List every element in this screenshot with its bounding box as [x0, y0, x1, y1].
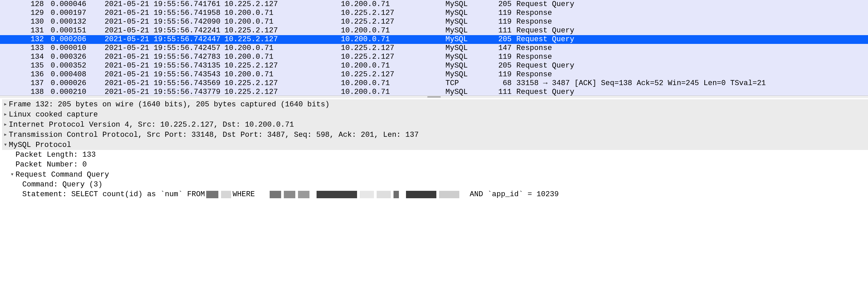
packet-cell-num: 133: [0, 44, 51, 53]
packet-cell-proto: MySQL: [445, 88, 488, 96]
packet-list[interactable]: 1280.0000462021-05-21 19:55:56.74176110.…: [0, 0, 868, 96]
packet-cell-len: 119: [488, 18, 516, 26]
packet-cell-time: 2021-05-21 19:55:56.742783: [105, 53, 224, 61]
packet-cell-len: 205: [488, 0, 516, 9]
packet-cell-src: 10.200.0.71: [224, 53, 341, 61]
chevron-right-icon[interactable]: [2, 130, 9, 140]
packet-row[interactable]: 1300.0001322021-05-21 19:55:56.74209010.…: [0, 18, 868, 26]
pane-divider[interactable]: [0, 96, 868, 98]
packet-cell-num: 135: [0, 61, 51, 70]
packet-cell-time: 2021-05-21 19:55:56.742241: [105, 26, 224, 35]
tree-item-packet-length[interactable]: Packet Length: 133: [2, 150, 868, 160]
packet-cell-src: 10.225.2.127: [224, 61, 341, 70]
redacted-block: [284, 191, 295, 198]
packet-cell-num: 136: [0, 70, 51, 79]
packet-cell-len: 147: [488, 44, 516, 53]
redacted-block: [206, 191, 218, 198]
tree-item-statement[interactable]: Statement: SELECT count(id) as `num` FRO…: [2, 189, 868, 199]
packet-cell-src: 10.225.2.127: [224, 79, 341, 88]
packet-cell-delta: 0.000408: [51, 70, 105, 79]
packet-cell-dst: 10.225.2.127: [341, 9, 445, 18]
packet-cell-num: 138: [0, 88, 51, 96]
packet-cell-num: 137: [0, 79, 51, 88]
packet-cell-src: 10.225.2.127: [224, 0, 341, 9]
chevron-down-icon[interactable]: [2, 140, 9, 150]
packet-cell-time: 2021-05-21 19:55:56.743135: [105, 61, 224, 70]
packet-cell-len: 111: [488, 26, 516, 35]
packet-cell-num: 132: [0, 35, 51, 44]
packet-cell-proto: MySQL: [445, 0, 488, 9]
packet-row[interactable]: 1330.0000102021-05-21 19:55:56.74245710.…: [0, 44, 868, 53]
packet-cell-info: Response: [516, 18, 868, 26]
packet-cell-info: Request Query: [516, 26, 868, 35]
tree-item-linux-cooked[interactable]: Linux cooked capture: [2, 109, 868, 120]
chevron-down-icon[interactable]: [9, 170, 16, 180]
packet-cell-time: 2021-05-21 19:55:56.742457: [105, 44, 224, 53]
packet-cell-delta: 0.000046: [51, 0, 105, 9]
packet-row[interactable]: 1360.0004082021-05-21 19:55:56.74354310.…: [0, 70, 868, 79]
tree-item-tcp[interactable]: Transmission Control Protocol, Src Port:…: [2, 130, 868, 140]
packet-row[interactable]: 1310.0001512021-05-21 19:55:56.74224110.…: [0, 26, 868, 35]
packet-cell-info: Request Query: [516, 35, 868, 44]
packet-cell-dst: 10.200.0.71: [341, 79, 445, 88]
packet-row[interactable]: 1280.0000462021-05-21 19:55:56.74176110.…: [0, 0, 868, 9]
packet-cell-delta: 0.000206: [51, 35, 105, 44]
packet-cell-len: 205: [488, 61, 516, 70]
packet-row[interactable]: 1370.0000262021-05-21 19:55:56.74356910.…: [0, 79, 868, 88]
packet-cell-proto: MySQL: [445, 26, 488, 35]
packet-cell-delta: 0.000197: [51, 9, 105, 18]
packet-cell-info: Request Query: [516, 0, 868, 9]
redacted-block: [377, 191, 391, 198]
packet-cell-time: 2021-05-21 19:55:56.743569: [105, 79, 224, 88]
tree-item-packet-number[interactable]: Packet Number: 0: [2, 160, 868, 170]
packet-cell-time: 2021-05-21 19:55:56.741761: [105, 0, 224, 9]
packet-cell-time: 2021-05-21 19:55:56.742447: [105, 35, 224, 44]
packet-cell-delta: 0.000026: [51, 79, 105, 88]
tree-label-statement-prefix: Statement: SELECT count(id) as `num` FRO…: [22, 189, 205, 199]
tree-item-mysql-protocol[interactable]: MySQL Protocol: [2, 140, 868, 150]
packet-cell-src: 10.225.2.127: [224, 35, 341, 44]
tree-label-mysql: MySQL Protocol: [9, 140, 71, 150]
packet-row[interactable]: 1350.0003522021-05-21 19:55:56.74313510.…: [0, 61, 868, 70]
packet-cell-delta: 0.000010: [51, 44, 105, 53]
packet-row[interactable]: 1380.0002102021-05-21 19:55:56.74377910.…: [0, 88, 868, 96]
packet-cell-delta: 0.000326: [51, 53, 105, 61]
chevron-right-icon[interactable]: [2, 109, 9, 120]
redacted-block: [270, 191, 281, 198]
packet-cell-num: 128: [0, 0, 51, 9]
packet-cell-len: 111: [488, 88, 516, 96]
tree-item-ip[interactable]: Internet Protocol Version 4, Src: 10.225…: [2, 120, 868, 130]
packet-details-pane[interactable]: Frame 132: 205 bytes on wire (1640 bits)…: [0, 98, 868, 201]
packet-cell-num: 131: [0, 26, 51, 35]
packet-cell-time: 2021-05-21 19:55:56.742090: [105, 18, 224, 26]
packet-cell-delta: 0.000352: [51, 61, 105, 70]
packet-row[interactable]: 1320.0002062021-05-21 19:55:56.74244710.…: [0, 35, 868, 44]
packet-cell-proto: MySQL: [445, 35, 488, 44]
packet-cell-num: 130: [0, 18, 51, 26]
packet-cell-info: 33158 → 3487 [ACK] Seq=138 Ack=52 Win=24…: [516, 79, 868, 88]
packet-cell-time: 2021-05-21 19:55:56.743543: [105, 70, 224, 79]
packet-cell-dst: 10.225.2.127: [341, 44, 445, 53]
packet-cell-src: 10.225.2.127: [224, 88, 341, 96]
packet-cell-proto: TCP: [445, 79, 488, 88]
packet-row[interactable]: 1290.0001972021-05-21 19:55:56.74195810.…: [0, 9, 868, 18]
packet-cell-proto: MySQL: [445, 9, 488, 18]
packet-cell-info: Request Query: [516, 61, 868, 70]
packet-row[interactable]: 1340.0003262021-05-21 19:55:56.74278310.…: [0, 53, 868, 61]
packet-cell-proto: MySQL: [445, 61, 488, 70]
chevron-right-icon[interactable]: [2, 99, 9, 109]
packet-cell-src: 10.225.2.127: [224, 26, 341, 35]
chevron-right-icon[interactable]: [2, 120, 9, 130]
tree-item-command[interactable]: Command: Query (3): [2, 180, 868, 189]
redacted-block: [298, 191, 309, 198]
tree-item-frame[interactable]: Frame 132: 205 bytes on wire (1640 bits)…: [2, 99, 868, 109]
tree-label-tcp: Transmission Control Protocol, Src Port:…: [9, 130, 419, 140]
tree-label-statement-where: WHERE: [233, 189, 255, 199]
packet-cell-src: 10.200.0.71: [224, 70, 341, 79]
redacted-block: [317, 191, 357, 198]
tree-item-request-command-query[interactable]: Request Command Query: [2, 170, 868, 180]
packet-cell-delta: 0.000132: [51, 18, 105, 26]
packet-cell-dst: 10.225.2.127: [341, 70, 445, 79]
packet-cell-len: 68: [488, 79, 516, 88]
tree-label-packet-length: Packet Length: 133: [16, 150, 96, 160]
